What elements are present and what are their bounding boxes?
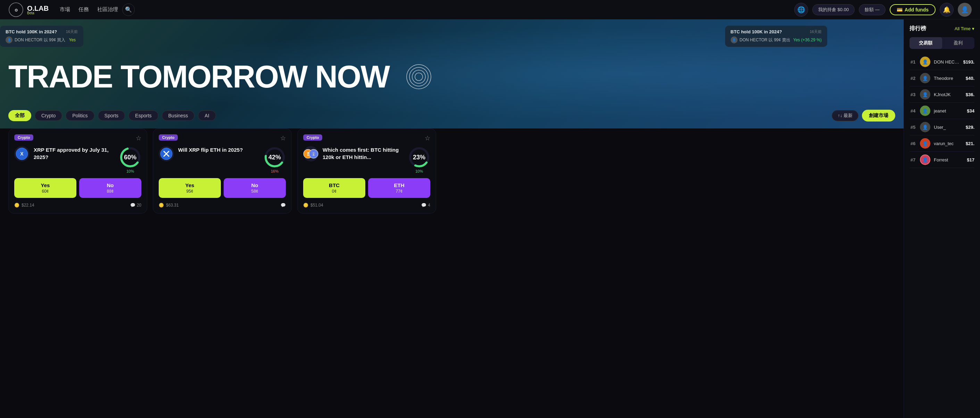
balance-button[interactable]: 餘額 — [859, 4, 886, 15]
card-1-title: XRP ETF approved by July 31, 2025? [34, 146, 115, 161]
card-1-options: Yes 60¢ No 88¢ [14, 178, 142, 198]
card-2-gauge-sub: 16% [271, 169, 278, 173]
lb-amount-1: $193. [963, 59, 974, 65]
card-2-no-button[interactable]: No 58¢ [224, 178, 286, 198]
leaderboard-tabs: 交易額 盈利 [910, 37, 974, 49]
lb-avatar-4: 👤 [920, 105, 930, 116]
card-2-gauge: 42% 16% [264, 146, 286, 173]
volume-icon: 🪙 [14, 203, 19, 208]
lb-row-3: #3 👤 KJnotJK $36. [910, 86, 974, 103]
card-3-btc-button[interactable]: BTC 0¢ [303, 178, 365, 198]
filter-ai[interactable]: AI [198, 110, 216, 121]
tab-profit[interactable]: 盈利 [942, 37, 975, 49]
lb-avatar-7: 👤 [920, 154, 930, 165]
card-3-gauge: 23% 10% [408, 146, 430, 173]
card-1-icon: X [14, 146, 30, 161]
lb-row-2: #2 👤 Theodore $40. [910, 70, 974, 86]
filter-sports[interactable]: Sports [98, 110, 125, 121]
card-2-comments: 💬 [281, 203, 286, 208]
card-1-yes-button[interactable]: Yes 60¢ [14, 178, 76, 198]
notif-right-user: DON HECTOR 以 99¢ 賣出 [740, 37, 791, 43]
lb-name-7: Forrest [934, 157, 963, 162]
bell-icon: 🔔 [943, 6, 950, 14]
filter-esports[interactable]: Esports [129, 110, 158, 121]
card-2-star-button[interactable]: ☆ [280, 134, 286, 142]
create-market-button[interactable]: 創建市場 [862, 110, 895, 121]
notif-right-title: BTC hold 100K in 2024? [731, 29, 782, 34]
lb-name-5: User_ [934, 125, 962, 130]
lb-amount-2: $40. [966, 76, 974, 81]
wallet-icon: 💳 [897, 7, 902, 13]
notif-left-time: 16天前 [66, 29, 78, 34]
filter-crypto[interactable]: Crypto [35, 110, 62, 121]
nav-links: 市場 任務 社區治理 [60, 5, 118, 14]
lb-rank-4: #4 [910, 108, 916, 113]
notification-right: BTC hold 100K in 2024? 16天前 👤 DON HECTOR… [725, 26, 827, 47]
search-button[interactable]: 🔍 [122, 3, 135, 16]
card-1-gauge-sub: 10% [126, 169, 134, 173]
lb-amount-3: $36. [966, 92, 974, 97]
card-1-footer: 🪙 $22.14 💬 20 [14, 203, 142, 208]
card-2-yes-button[interactable]: Yes 95¢ [159, 178, 221, 198]
lb-row-4: #4 👤 jeanet $34 [910, 103, 974, 119]
card-1-star-button[interactable]: ☆ [136, 134, 142, 142]
navbar-right: 🌐 我的持倉 $0.00 餘額 — 💳 Add funds 🔔 👤 [794, 3, 972, 17]
nav-market[interactable]: 市場 [60, 5, 70, 14]
card-1-gauge-pct: 60% [124, 154, 137, 161]
notif-right-avatar: 👤 [731, 37, 738, 43]
filter-business[interactable]: Business [162, 110, 195, 121]
card-3-options: BTC 0¢ ETH 77¢ [303, 178, 430, 198]
card-3-eth-button[interactable]: ETH 77¢ [368, 178, 430, 198]
card-1-no-button[interactable]: No 88¢ [79, 178, 142, 198]
navbar: ⊙ O.LAB Beta 市場 任務 社區治理 🔍 🌐 我的持倉 $0.00 餘… [0, 0, 980, 19]
card-3-icon: ₿ Ξ [303, 146, 318, 161]
lb-rank-2: #2 [910, 76, 916, 81]
globe-icon: 🌐 [797, 6, 805, 14]
user-avatar-button[interactable]: 👤 [958, 3, 972, 17]
lb-amount-4: $34 [967, 108, 974, 113]
lb-rank-3: #3 [910, 92, 916, 97]
add-funds-button[interactable]: 💳 Add funds [890, 4, 935, 15]
lb-rank-7: #7 [910, 157, 916, 162]
search-icon: 🔍 [125, 6, 132, 13]
notif-left-title: BTC hold 100K in 2024? [6, 29, 57, 34]
card-2-footer: 🪙 $63.31 💬 [159, 203, 286, 208]
lb-avatar-2: 👤 [920, 73, 930, 83]
filter-all[interactable]: 全部 [8, 110, 31, 121]
svg-text:₿: ₿ [307, 152, 309, 157]
lb-name-4: jeanet [934, 108, 963, 113]
card-1-gauge: 60% 10% [119, 146, 142, 173]
logo-beta: Beta [27, 11, 49, 15]
right-sidebar: 排行榜 All Time ▾ 交易額 盈利 #1 👤 DON HECTOR $1… [904, 19, 980, 418]
market-card-2: Crypto ☆ Will XRP flip ETH in 2025? [153, 129, 292, 213]
filter-politics[interactable]: Politics [66, 110, 94, 121]
hero-section: BTC hold 100K in 2024? 16天前 👤 DON HECTOR… [0, 19, 904, 129]
card-3-gauge-sub: 10% [415, 169, 423, 173]
filter-row: 全部 Crypto Politics Sports Esports Busine… [0, 103, 904, 129]
nav-tasks[interactable]: 任務 [78, 5, 89, 14]
volume-icon-3: 🪙 [303, 203, 309, 208]
sort-button[interactable]: ↑↓ 最新 [832, 110, 859, 121]
notification-bell-button[interactable]: 🔔 [940, 3, 954, 17]
volume-icon-2: 🪙 [159, 203, 164, 208]
lb-avatar-6: 👤 [920, 138, 930, 149]
card-3-star-button[interactable]: ☆ [425, 134, 430, 142]
card-3-comments: 💬 4 [421, 203, 430, 208]
tab-volume[interactable]: 交易額 [910, 37, 942, 49]
cards-section: Crypto ☆ X XRP ETF approved by July 31, … [0, 129, 904, 222]
notif-left-option: Yes [69, 38, 76, 42]
logo-icon: ⊙ [8, 2, 24, 17]
holding-button[interactable]: 我的持倉 $0.00 [812, 4, 854, 15]
notif-right-time: 16天前 [810, 29, 822, 34]
nav-governance[interactable]: 社區治理 [97, 5, 118, 14]
lb-amount-7: $17 [967, 157, 974, 162]
card-3-footer: 🪙 $51.04 💬 4 [303, 203, 430, 208]
globe-button[interactable]: 🌐 [794, 3, 808, 17]
lb-avatar-3: 👤 [920, 89, 930, 100]
logo[interactable]: ⊙ O.LAB Beta [8, 2, 49, 17]
alltime-button[interactable]: All Time ▾ [955, 26, 974, 31]
user-icon: 👤 [961, 6, 969, 14]
card-3-tag: Crypto [303, 134, 322, 141]
comment-icon-3: 💬 [421, 203, 426, 208]
svg-text:Ξ: Ξ [313, 153, 315, 156]
